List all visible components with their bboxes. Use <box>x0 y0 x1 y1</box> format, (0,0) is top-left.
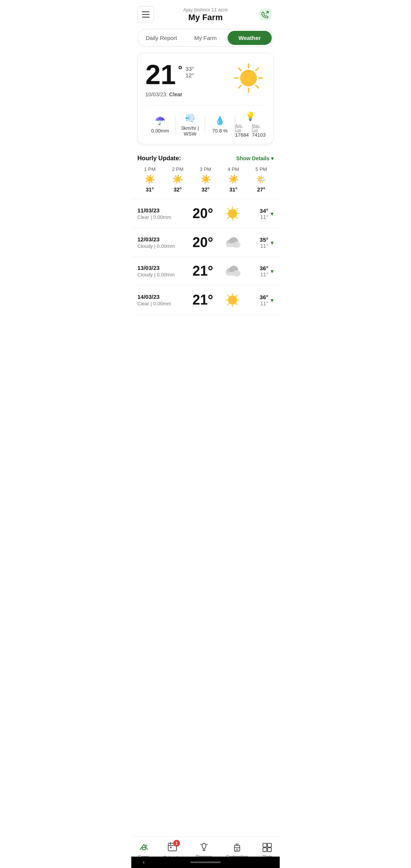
forecast-icon-wrap-1 <box>221 205 245 222</box>
home-indicator[interactable] <box>190 862 221 863</box>
svg-rect-0 <box>259 8 271 21</box>
hourly-sun-icon-2: ☀️ <box>172 174 183 184</box>
hourly-item-5: 5 PM 🌤️ 27° <box>249 166 274 193</box>
calendar-badge: 1 <box>173 840 180 847</box>
svg-line-16 <box>236 217 238 219</box>
hourly-header: Hourly Update: Show Details ▾ <box>131 150 280 165</box>
avg-lux-label: Avg. Lux <box>235 124 249 132</box>
show-details-button[interactable]: Show Details ▾ <box>236 155 274 161</box>
forecast-max-2: 35° <box>244 236 268 243</box>
back-button[interactable]: ‹ <box>143 859 145 866</box>
max-lux-col: Max. Lux 74103 <box>252 124 266 138</box>
hourly-title: Hourly Update: <box>137 155 181 162</box>
temp-row: 21 ° 33° 12° <box>145 61 194 88</box>
weather-date: 10/03/23: Clear <box>145 91 194 97</box>
call-button[interactable] <box>257 6 274 23</box>
menu-line-3 <box>142 17 150 18</box>
hourly-item-1: 1 PM ☀️ 31° <box>137 166 162 193</box>
sun-icon <box>231 61 266 95</box>
tab-daily-report[interactable]: Daily Report <box>139 31 183 45</box>
svg-rect-42 <box>170 847 172 848</box>
forecast-clear-icon-4 <box>224 292 241 308</box>
hourly-time-4: 4 PM <box>228 166 239 172</box>
farm-icon <box>139 842 149 853</box>
forecast-row-1[interactable]: 11/03/23 Clear | 0.00mm 20° 34° 11° ▾ <box>131 199 280 228</box>
forecast-max-4: 36° <box>244 294 268 300</box>
svg-line-34 <box>236 295 238 297</box>
forecast-date-1: 11/03/23 <box>137 207 185 214</box>
weather-date-text: 10/03/23: <box>145 91 167 97</box>
forecast-row-2[interactable]: 12/03/23 Cloudy | 0.00mm 20° 35° 11° ▾ <box>131 228 280 257</box>
forecast-icon-wrap-2 <box>221 235 245 250</box>
rain-value: 0.00mm <box>151 128 169 134</box>
tab-weather[interactable]: Weather <box>228 31 272 45</box>
forecast-row-3[interactable]: 13/03/23 Cloudy | 0.00mm 21° 36° 11° ▾ <box>131 257 280 286</box>
svg-line-32 <box>228 295 229 297</box>
forecast-temp-2: 20° <box>185 235 221 251</box>
forecast-icon-wrap-4 <box>221 292 245 308</box>
system-bar: ‹ <box>131 857 280 868</box>
plots-icon <box>262 842 272 853</box>
temp-min: 12° <box>185 72 194 78</box>
svg-line-8 <box>256 68 258 71</box>
forecast-minmax-2: 35° 11° <box>244 236 268 249</box>
hourly-item-2: 2 PM ☀️ 32° <box>165 166 190 193</box>
hourly-temp-1: 31° <box>146 187 154 193</box>
weather-condition: Clear <box>169 91 182 97</box>
avg-lux-val: 17684 <box>235 132 249 138</box>
hourly-temp-3: 32° <box>201 187 209 193</box>
svg-rect-55 <box>268 848 271 852</box>
forecast-date-section-2: 12/03/23 Cloudy | 0.00mm <box>137 236 185 249</box>
svg-point-43 <box>202 843 206 849</box>
temp-max: 33° <box>185 65 194 72</box>
stat-wind: 💨 3km/hr | WSW <box>175 113 205 137</box>
hourly-time-2: 2 PM <box>172 166 183 172</box>
forecast-desc-3: Cloudy | 0.00mm <box>137 272 185 278</box>
degree-symbol: ° <box>178 64 182 76</box>
chevron-icon-2: ▾ <box>271 239 274 246</box>
forecast-desc-2: Cloudy | 0.00mm <box>137 243 185 249</box>
header-title: Ajay bishnoi 11 acre My Farm <box>183 7 228 22</box>
svg-line-17 <box>236 209 238 211</box>
svg-line-6 <box>239 68 241 71</box>
forecast-min-3: 11° <box>244 271 268 278</box>
forecast-desc-1: Clear | 0.00mm <box>137 214 185 220</box>
hourly-item-4: 4 PM ☀️ 31° <box>221 166 246 193</box>
hourly-time-3: 3 PM <box>200 166 211 172</box>
menu-button[interactable] <box>137 6 154 23</box>
hourly-temp-2: 32° <box>174 187 182 193</box>
tab-my-farm[interactable]: My Farm <box>183 31 228 45</box>
hourly-time-5: 5 PM <box>255 166 267 172</box>
svg-rect-22 <box>226 243 239 247</box>
chevron-icon-1: ▾ <box>271 210 274 217</box>
forecast-clear-icon-1 <box>224 205 241 222</box>
forecast-icon-wrap-3 <box>221 263 245 279</box>
hourly-sun-icon-3: ☀️ <box>201 174 211 184</box>
forecast-temp-3: 21° <box>185 263 221 279</box>
forecast-min-1: 11° <box>244 214 268 220</box>
humidity-value: 70.8 % <box>212 128 228 134</box>
svg-line-35 <box>228 303 229 305</box>
hourly-time-1: 1 PM <box>144 166 155 172</box>
forecast-minmax-4: 36° 11° <box>244 294 268 306</box>
lux-icon: 💡 <box>245 112 255 121</box>
weather-stats: ☂️ 0.00mm 💨 3km/hr | WSW 💧 70.8 % 💡 Avg.… <box>145 105 266 138</box>
stat-rain: ☂️ 0.00mm <box>145 116 175 134</box>
forecast-min-4: 11° <box>244 300 268 306</box>
stat-lux: 💡 Avg. Lux 17684 Max. Lux 74103 <box>235 112 266 138</box>
hourly-sun-icon-4: ☀️ <box>228 174 239 184</box>
avg-lux-col: Avg. Lux 17684 <box>235 124 249 138</box>
forecast-date-4: 14/03/23 <box>137 294 185 300</box>
hourly-temp-5: 27° <box>257 187 265 193</box>
content-area: 21 ° 33° 12° 10/03/23: Clear <box>131 53 280 349</box>
stat-humidity: 💧 70.8 % <box>205 116 235 134</box>
hourly-sun-icon-1: ☀️ <box>145 174 155 184</box>
forecast-date-section-1: 11/03/23 Clear | 0.00mm <box>137 207 185 220</box>
forecast-cloudy-icon-2 <box>223 235 242 250</box>
svg-line-7 <box>256 85 258 88</box>
weather-temp-section: 21 ° 33° 12° 10/03/23: Clear <box>145 61 194 97</box>
forecast-row-4[interactable]: 14/03/23 Clear | 0.00mm 21° 36° 11° ▾ <box>131 286 280 315</box>
forecast-cloudy-icon-3 <box>223 263 242 279</box>
tab-bar: Daily Report My Farm Weather <box>137 29 274 47</box>
forecast-date-2: 12/03/23 <box>137 236 185 243</box>
